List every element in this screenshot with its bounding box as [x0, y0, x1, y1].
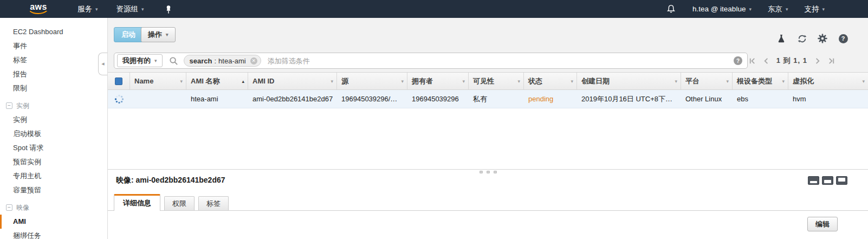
column-header-source[interactable]: 源 ▾ — [337, 73, 407, 89]
sidebar-section-images[interactable]: − 映像 — [0, 201, 107, 215]
edit-button[interactable]: 编辑 — [807, 217, 838, 231]
owner-filter-dropdown[interactable]: 我拥有的 ▾ — [117, 54, 163, 67]
column-header-ami-name[interactable]: AMI 名称 ▴ — [186, 73, 248, 89]
sidebar-item-capacity-reservations[interactable]: 容量预留 — [0, 183, 107, 197]
notifications-bell-icon[interactable] — [666, 4, 676, 14]
sort-down-icon: ▾ — [726, 79, 729, 84]
previous-page-icon[interactable] — [762, 57, 770, 65]
sort-down-icon: ▾ — [675, 79, 677, 84]
aws-logo[interactable]: aws — [30, 3, 47, 15]
top-navigation-bar: aws 服务 ▾ 资源组 ▾ — [0, 0, 868, 18]
help-icon[interactable]: ? — [838, 33, 848, 44]
cell-creation-date: 2019年10月16日 UTC+8下… — [577, 94, 681, 104]
row-status-cell — [108, 94, 130, 104]
sidebar-item-reserved-instances[interactable]: 预留实例 — [0, 155, 107, 169]
sidebar-item-spot-requests[interactable]: Spot 请求 — [0, 141, 107, 155]
chevron-down-icon: ▾ — [141, 7, 144, 12]
sidebar-item-launch-templates[interactable]: 启动模板 — [0, 127, 107, 141]
nav-region-menu[interactable]: 东京 ▾ — [768, 4, 788, 14]
chevron-down-icon: ▾ — [822, 7, 825, 12]
settings-gear-icon[interactable] — [817, 33, 828, 44]
refresh-icon[interactable] — [796, 33, 807, 44]
column-header-name[interactable]: Name ▾ — [130, 73, 186, 89]
pin-icon[interactable] — [164, 4, 173, 14]
cell-visibility: 私有 — [469, 94, 524, 104]
filter-search-bar[interactable]: 我拥有的 ▾ search : htea-ami ✕ ? — [114, 53, 748, 69]
aws-logo-text: aws — [30, 3, 47, 11]
chevron-down-icon: ▾ — [166, 32, 169, 37]
column-header-creation-date[interactable]: 创建日期 ▾ — [577, 73, 681, 89]
next-page-icon[interactable] — [813, 57, 821, 65]
first-page-icon[interactable] — [748, 57, 756, 65]
view-controls: ? — [776, 33, 848, 44]
column-header-root-device-type[interactable]: 根设备类型 ▾ — [733, 73, 788, 89]
loading-spinner-icon — [114, 94, 124, 104]
chevron-down-icon: ▾ — [95, 7, 98, 12]
sidebar-item-tags[interactable]: 标签 — [0, 53, 107, 67]
nav-support-menu[interactable]: 支持 ▾ — [804, 4, 825, 14]
main-content: 启动 操作 ▾ — [108, 18, 868, 239]
sort-down-icon: ▾ — [571, 79, 573, 84]
nav-resource-groups-menu[interactable]: 资源组 ▾ — [116, 4, 144, 14]
sidebar-section-instances[interactable]: − 实例 — [0, 99, 107, 113]
topnav-right-group: h.tea @ iteablue ▾ 东京 ▾ 支持 ▾ — [666, 4, 868, 14]
column-header-platform[interactable]: 平台 ▾ — [681, 73, 733, 89]
pane-layout-large-icon[interactable] — [836, 176, 847, 185]
sidebar-item-events[interactable]: 事件 — [0, 39, 107, 53]
sidebar-item-bundle-tasks[interactable]: 捆绑任务 — [0, 229, 107, 239]
chip-value: htea-ami — [218, 57, 246, 65]
column-header-ami-id[interactable]: AMI ID ▾ — [248, 73, 337, 89]
select-all-checkbox[interactable] — [115, 77, 122, 85]
column-header-owner[interactable]: 拥有者 ▾ — [407, 73, 469, 89]
detail-panel: 映像: ami-0ed2bb26141be2d67 详细信息 权限 标签 编辑 — [108, 169, 868, 238]
sort-down-icon: ▾ — [782, 79, 785, 84]
sidebar-item-reports[interactable]: 报告 — [0, 67, 107, 81]
collapse-minus-icon: − — [6, 204, 12, 211]
cell-ami-id: ami-0ed2bb26141be2d67 — [248, 95, 337, 103]
remove-filter-icon[interactable]: ✕ — [250, 57, 257, 64]
sort-down-icon: ▾ — [180, 79, 183, 84]
chip-field: search — [190, 57, 212, 65]
chevron-down-icon: ▾ — [749, 7, 752, 12]
sort-down-icon: ▾ — [517, 79, 520, 84]
cell-ami-name: htea-ami — [186, 95, 248, 103]
ami-table-row[interactable]: htea-ami ami-0ed2bb26141be2d67 196945039… — [108, 90, 868, 108]
sort-down-icon: ▾ — [401, 79, 404, 84]
search-help-icon[interactable]: ? — [734, 56, 742, 65]
sidebar-navigation: EC2 Dashboard 事件 标签 报告 限制 − 实例 实例 启动模板 S… — [0, 18, 108, 239]
sidebar-item-limits[interactable]: 限制 — [0, 81, 107, 95]
sidebar-item-ec2-dashboard[interactable]: EC2 Dashboard — [0, 25, 107, 39]
pane-layout-medium-icon[interactable] — [822, 176, 833, 185]
tab-permissions[interactable]: 权限 — [164, 196, 195, 210]
cell-source: 196945039296/… — [337, 95, 407, 103]
detail-tab-content: 编辑 — [108, 211, 868, 231]
sidebar-item-ami[interactable]: AMI — [0, 215, 107, 229]
sidebar-item-dedicated-hosts[interactable]: 专用主机 — [0, 169, 107, 183]
column-header-virtualization[interactable]: 虚拟化 ▾ — [788, 73, 868, 89]
search-filter-chip[interactable]: search : htea-ami ✕ — [184, 55, 261, 67]
pagination-range-text: 1 到 1, 1 — [776, 56, 807, 66]
collapse-minus-icon: − — [6, 102, 12, 109]
column-header-visibility[interactable]: 可见性 ▾ — [469, 73, 524, 89]
experiments-flask-icon[interactable] — [776, 33, 787, 44]
nav-account-menu[interactable]: h.tea @ iteablue ▾ — [692, 5, 752, 13]
column-header-status[interactable]: 状态 ▾ — [524, 73, 577, 89]
pane-layout-small-icon[interactable] — [808, 176, 819, 185]
add-filter-input[interactable] — [268, 57, 734, 65]
detail-tabs: 详细信息 权限 标签 — [108, 194, 868, 211]
panel-resize-handle[interactable] — [480, 171, 497, 173]
launch-button[interactable]: 启动 — [114, 27, 143, 42]
sort-up-icon: ▴ — [242, 79, 244, 84]
sort-down-icon: ▾ — [462, 79, 465, 84]
tab-tags[interactable]: 标签 — [198, 196, 229, 210]
cell-owner: 196945039296 — [407, 95, 469, 103]
tab-details[interactable]: 详细信息 — [114, 194, 160, 211]
cell-platform: Other Linux — [681, 95, 733, 103]
toolbar-area: 启动 操作 ▾ — [108, 18, 868, 72]
sidebar-collapse-handle[interactable]: ◀ — [98, 53, 107, 75]
sidebar-item-instances[interactable]: 实例 — [0, 113, 107, 127]
nav-services-menu[interactable]: 服务 ▾ — [77, 4, 98, 14]
sort-down-icon: ▾ — [331, 79, 333, 84]
last-page-icon[interactable] — [827, 57, 835, 65]
actions-dropdown-button[interactable]: 操作 ▾ — [141, 27, 176, 42]
